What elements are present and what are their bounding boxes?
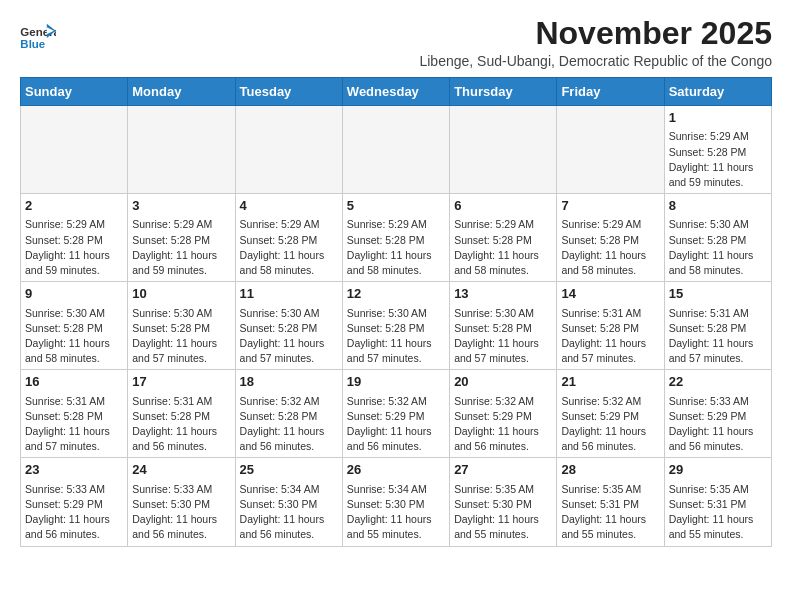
day-info-text: Sunrise: 5:30 AMSunset: 5:28 PMDaylight:… <box>25 306 123 367</box>
day-number: 20 <box>454 373 552 391</box>
day-info-text: Sunrise: 5:30 AMSunset: 5:28 PMDaylight:… <box>347 306 445 367</box>
day-number: 24 <box>132 461 230 479</box>
header: General Blue November 2025 Libenge, Sud-… <box>20 16 772 69</box>
calendar-day-cell: 11Sunrise: 5:30 AMSunset: 5:28 PMDayligh… <box>235 282 342 370</box>
day-number: 28 <box>561 461 659 479</box>
day-number: 5 <box>347 197 445 215</box>
header-monday: Monday <box>128 78 235 106</box>
title-block: November 2025 Libenge, Sud-Ubangi, Democ… <box>419 16 772 69</box>
calendar-day-cell: 14Sunrise: 5:31 AMSunset: 5:28 PMDayligh… <box>557 282 664 370</box>
day-info-text: Sunrise: 5:34 AMSunset: 5:30 PMDaylight:… <box>240 482 338 543</box>
calendar-day-cell: 19Sunrise: 5:32 AMSunset: 5:29 PMDayligh… <box>342 370 449 458</box>
day-number: 13 <box>454 285 552 303</box>
day-info-text: Sunrise: 5:29 AMSunset: 5:28 PMDaylight:… <box>454 217 552 278</box>
day-info-text: Sunrise: 5:32 AMSunset: 5:28 PMDaylight:… <box>240 394 338 455</box>
calendar-day-cell: 20Sunrise: 5:32 AMSunset: 5:29 PMDayligh… <box>450 370 557 458</box>
day-number: 19 <box>347 373 445 391</box>
day-number: 17 <box>132 373 230 391</box>
day-info-text: Sunrise: 5:32 AMSunset: 5:29 PMDaylight:… <box>347 394 445 455</box>
day-info-text: Sunrise: 5:35 AMSunset: 5:31 PMDaylight:… <box>669 482 767 543</box>
calendar-day-cell: 3Sunrise: 5:29 AMSunset: 5:28 PMDaylight… <box>128 194 235 282</box>
calendar-day-cell <box>450 106 557 194</box>
calendar-day-cell: 23Sunrise: 5:33 AMSunset: 5:29 PMDayligh… <box>21 458 128 546</box>
calendar-day-cell: 6Sunrise: 5:29 AMSunset: 5:28 PMDaylight… <box>450 194 557 282</box>
calendar-day-cell: 7Sunrise: 5:29 AMSunset: 5:28 PMDaylight… <box>557 194 664 282</box>
calendar-day-cell: 9Sunrise: 5:30 AMSunset: 5:28 PMDaylight… <box>21 282 128 370</box>
day-number: 18 <box>240 373 338 391</box>
day-info-text: Sunrise: 5:30 AMSunset: 5:28 PMDaylight:… <box>240 306 338 367</box>
day-info-text: Sunrise: 5:29 AMSunset: 5:28 PMDaylight:… <box>347 217 445 278</box>
calendar-week-row: 23Sunrise: 5:33 AMSunset: 5:29 PMDayligh… <box>21 458 772 546</box>
day-info-text: Sunrise: 5:32 AMSunset: 5:29 PMDaylight:… <box>561 394 659 455</box>
calendar-day-cell: 21Sunrise: 5:32 AMSunset: 5:29 PMDayligh… <box>557 370 664 458</box>
day-number: 15 <box>669 285 767 303</box>
calendar-day-cell: 1Sunrise: 5:29 AMSunset: 5:28 PMDaylight… <box>664 106 771 194</box>
day-number: 3 <box>132 197 230 215</box>
day-number: 14 <box>561 285 659 303</box>
header-thursday: Thursday <box>450 78 557 106</box>
calendar-day-cell: 4Sunrise: 5:29 AMSunset: 5:28 PMDaylight… <box>235 194 342 282</box>
calendar-day-cell: 24Sunrise: 5:33 AMSunset: 5:30 PMDayligh… <box>128 458 235 546</box>
logo: General Blue <box>20 22 56 52</box>
header-friday: Friday <box>557 78 664 106</box>
day-info-text: Sunrise: 5:29 AMSunset: 5:28 PMDaylight:… <box>561 217 659 278</box>
header-tuesday: Tuesday <box>235 78 342 106</box>
calendar-day-cell <box>21 106 128 194</box>
month-year-title: November 2025 <box>419 16 772 51</box>
calendar-day-cell <box>128 106 235 194</box>
logo-icon: General Blue <box>20 22 56 52</box>
day-info-text: Sunrise: 5:34 AMSunset: 5:30 PMDaylight:… <box>347 482 445 543</box>
day-info-text: Sunrise: 5:35 AMSunset: 5:30 PMDaylight:… <box>454 482 552 543</box>
calendar-day-cell: 28Sunrise: 5:35 AMSunset: 5:31 PMDayligh… <box>557 458 664 546</box>
calendar-day-cell: 13Sunrise: 5:30 AMSunset: 5:28 PMDayligh… <box>450 282 557 370</box>
day-info-text: Sunrise: 5:33 AMSunset: 5:29 PMDaylight:… <box>669 394 767 455</box>
day-number: 22 <box>669 373 767 391</box>
day-number: 6 <box>454 197 552 215</box>
day-info-text: Sunrise: 5:35 AMSunset: 5:31 PMDaylight:… <box>561 482 659 543</box>
calendar-day-cell: 29Sunrise: 5:35 AMSunset: 5:31 PMDayligh… <box>664 458 771 546</box>
header-wednesday: Wednesday <box>342 78 449 106</box>
header-saturday: Saturday <box>664 78 771 106</box>
day-info-text: Sunrise: 5:33 AMSunset: 5:29 PMDaylight:… <box>25 482 123 543</box>
header-sunday: Sunday <box>21 78 128 106</box>
calendar-week-row: 2Sunrise: 5:29 AMSunset: 5:28 PMDaylight… <box>21 194 772 282</box>
calendar-day-cell: 16Sunrise: 5:31 AMSunset: 5:28 PMDayligh… <box>21 370 128 458</box>
day-number: 27 <box>454 461 552 479</box>
day-number: 1 <box>669 109 767 127</box>
calendar-day-cell <box>342 106 449 194</box>
day-number: 12 <box>347 285 445 303</box>
day-number: 16 <box>25 373 123 391</box>
day-info-text: Sunrise: 5:29 AMSunset: 5:28 PMDaylight:… <box>240 217 338 278</box>
day-info-text: Sunrise: 5:31 AMSunset: 5:28 PMDaylight:… <box>561 306 659 367</box>
calendar-day-cell: 22Sunrise: 5:33 AMSunset: 5:29 PMDayligh… <box>664 370 771 458</box>
day-number: 9 <box>25 285 123 303</box>
day-info-text: Sunrise: 5:32 AMSunset: 5:29 PMDaylight:… <box>454 394 552 455</box>
day-number: 7 <box>561 197 659 215</box>
day-number: 8 <box>669 197 767 215</box>
calendar-day-cell: 12Sunrise: 5:30 AMSunset: 5:28 PMDayligh… <box>342 282 449 370</box>
day-info-text: Sunrise: 5:29 AMSunset: 5:28 PMDaylight:… <box>669 129 767 190</box>
calendar-day-cell: 18Sunrise: 5:32 AMSunset: 5:28 PMDayligh… <box>235 370 342 458</box>
day-number: 25 <box>240 461 338 479</box>
day-number: 21 <box>561 373 659 391</box>
calendar-day-cell: 17Sunrise: 5:31 AMSunset: 5:28 PMDayligh… <box>128 370 235 458</box>
calendar-day-cell: 10Sunrise: 5:30 AMSunset: 5:28 PMDayligh… <box>128 282 235 370</box>
weekday-header-row: Sunday Monday Tuesday Wednesday Thursday… <box>21 78 772 106</box>
calendar-day-cell: 5Sunrise: 5:29 AMSunset: 5:28 PMDaylight… <box>342 194 449 282</box>
calendar-week-row: 16Sunrise: 5:31 AMSunset: 5:28 PMDayligh… <box>21 370 772 458</box>
day-number: 11 <box>240 285 338 303</box>
calendar-day-cell: 8Sunrise: 5:30 AMSunset: 5:28 PMDaylight… <box>664 194 771 282</box>
calendar-week-row: 9Sunrise: 5:30 AMSunset: 5:28 PMDaylight… <box>21 282 772 370</box>
day-number: 10 <box>132 285 230 303</box>
day-info-text: Sunrise: 5:33 AMSunset: 5:30 PMDaylight:… <box>132 482 230 543</box>
calendar-day-cell <box>557 106 664 194</box>
day-info-text: Sunrise: 5:29 AMSunset: 5:28 PMDaylight:… <box>132 217 230 278</box>
calendar-day-cell: 27Sunrise: 5:35 AMSunset: 5:30 PMDayligh… <box>450 458 557 546</box>
calendar-day-cell: 15Sunrise: 5:31 AMSunset: 5:28 PMDayligh… <box>664 282 771 370</box>
day-number: 2 <box>25 197 123 215</box>
calendar-week-row: 1Sunrise: 5:29 AMSunset: 5:28 PMDaylight… <box>21 106 772 194</box>
calendar-table: Sunday Monday Tuesday Wednesday Thursday… <box>20 77 772 546</box>
location-subtitle: Libenge, Sud-Ubangi, Democratic Republic… <box>419 53 772 69</box>
day-info-text: Sunrise: 5:30 AMSunset: 5:28 PMDaylight:… <box>132 306 230 367</box>
calendar-day-cell: 25Sunrise: 5:34 AMSunset: 5:30 PMDayligh… <box>235 458 342 546</box>
